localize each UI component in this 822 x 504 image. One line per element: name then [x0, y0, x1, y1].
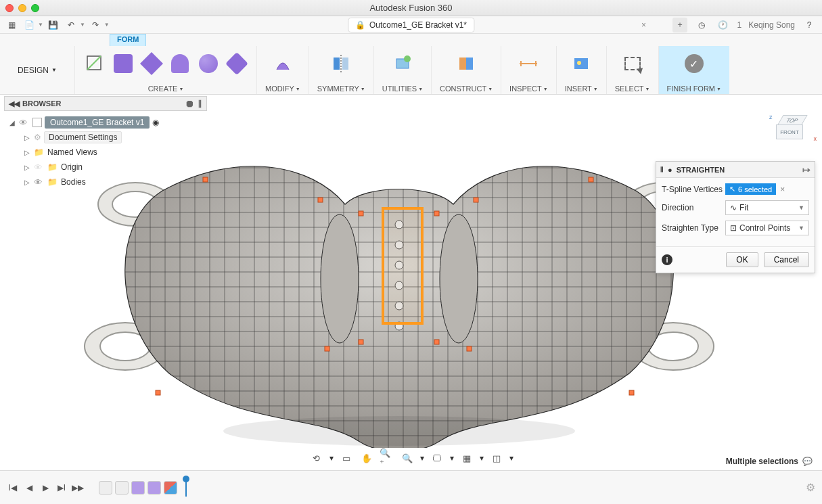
timeline-start-icon[interactable]: I◀	[7, 482, 19, 494]
comment-icon[interactable]: 💬	[802, 457, 813, 466]
ribbon-select-label[interactable]: SELECT	[615, 85, 644, 93]
browser-panel: ◀◀ BROWSER ⏺ ‖ ◢ 👁 Outcome1_GE Bracket v…	[4, 96, 207, 193]
display-settings-icon[interactable]: 🖵	[430, 451, 444, 465]
tree-item-origin[interactable]: ▷ 👁 📁 Origin	[5, 160, 206, 175]
active-component-icon[interactable]: ◉	[152, 118, 159, 127]
timeline-feature[interactable]	[99, 481, 112, 495]
job-status-icon[interactable]: 🕐	[716, 18, 731, 32]
edit-form-icon[interactable]	[271, 52, 294, 75]
ribbon-utilities-label[interactable]: UTILITIES	[382, 85, 417, 93]
notifications-icon[interactable]: ◷	[694, 18, 709, 32]
timeline-feature[interactable]	[164, 481, 177, 495]
zoom-icon[interactable]: 🔍⁺	[380, 451, 394, 465]
finish-form-icon[interactable]: ✓	[683, 52, 706, 75]
timeline-feature[interactable]	[131, 481, 145, 495]
ribbon-inspect-label[interactable]: INSPECT	[509, 85, 542, 93]
ribbon-insert-label[interactable]: INSERT	[565, 85, 592, 93]
info-icon[interactable]: i	[662, 254, 672, 265]
browser-collapse-icon[interactable]: ◀◀	[9, 99, 20, 108]
browser-header[interactable]: ◀◀ BROWSER ⏺ ‖	[4, 96, 207, 111]
ribbon-symmetry-label[interactable]: SYMMETRY	[317, 85, 359, 93]
pan-icon[interactable]: ✋	[359, 451, 374, 465]
svg-rect-29	[474, 198, 478, 202]
sphere-primitive-icon[interactable]	[197, 52, 220, 75]
symmetry-icon[interactable]	[329, 52, 352, 75]
type-combo[interactable]: ⊡Control Points ▼	[725, 221, 809, 235]
browser-pin-icon[interactable]: ⏺ ‖	[185, 98, 202, 109]
look-at-icon[interactable]: ▭	[339, 451, 354, 465]
viewcube-front[interactable]: FRONT	[776, 124, 803, 139]
ribbon-group-modify: MODIFY▼	[256, 46, 309, 94]
expand-icon[interactable]: ▷	[24, 164, 31, 171]
visibility-icon[interactable]: 👁	[34, 177, 45, 187]
expand-icon[interactable]: ▷	[24, 149, 31, 156]
form-context-tab[interactable]: FORM	[110, 34, 146, 46]
workspace-switcher[interactable]: DESIGN▼	[0, 46, 74, 94]
help-icon[interactable]: ?	[802, 18, 817, 32]
cancel-button[interactable]: Cancel	[764, 252, 809, 267]
sketch-icon[interactable]	[83, 52, 106, 75]
ribbon-construct-label[interactable]: CONSTRUCT	[440, 85, 486, 93]
expand-icon[interactable]: ▷	[24, 134, 31, 141]
cylinder-primitive-icon[interactable]	[168, 52, 191, 75]
visibility-icon[interactable]: 👁	[19, 118, 30, 128]
svg-rect-32	[359, 211, 363, 216]
plane-primitive-icon[interactable]	[140, 52, 163, 75]
insert-icon[interactable]	[570, 52, 593, 75]
orbit-icon[interactable]: ⟲	[309, 451, 324, 465]
viewport-layout-icon[interactable]: ◫	[489, 451, 504, 465]
new-tab-icon[interactable]: ＋	[672, 18, 687, 32]
direction-label: Direction	[662, 203, 725, 212]
timeline-feature[interactable]	[115, 481, 129, 495]
document-tab[interactable]: 🔒 Outcome1_GE Bracket v1*	[348, 18, 474, 32]
gear-icon: ⚙	[34, 133, 41, 142]
expand-icon[interactable]: ▷	[24, 179, 31, 186]
folder-icon: 📁	[47, 177, 58, 187]
quadball-primitive-icon[interactable]	[225, 52, 248, 75]
tree-item-named-views[interactable]: ▷ 📁 Named Views	[5, 145, 206, 160]
navigation-toolbar: ⟲▾ ▭ ✋ 🔍⁺ 🔍▾ 🖵▾ ▦▾ ◫▾	[304, 450, 519, 466]
ribbon-create-label[interactable]: CREATE	[148, 85, 178, 93]
user-name[interactable]: Keqing Song	[748, 20, 795, 30]
dialog-bullet-icon: ●	[668, 166, 672, 174]
save-icon[interactable]: 💾	[46, 18, 61, 32]
close-tab-icon[interactable]: ×	[641, 20, 646, 30]
ribbon-group-finish-form[interactable]: ✓ FINISH FORM▼	[658, 46, 729, 94]
redo-icon[interactable]: ↷	[88, 18, 103, 32]
timeline-settings-icon[interactable]: ⚙	[806, 481, 815, 494]
axis-x-icon: x	[814, 135, 817, 142]
timeline-prev-icon[interactable]: ◀	[23, 482, 35, 494]
grid-apps-icon[interactable]: ▦	[4, 18, 19, 32]
undo-icon[interactable]: ↶	[64, 18, 78, 32]
expand-icon[interactable]: ◢	[9, 119, 16, 127]
clear-selection-icon[interactable]: ×	[780, 185, 785, 194]
ribbon-modify-label[interactable]: MODIFY	[265, 85, 294, 93]
grid-settings-icon[interactable]: ▦	[459, 451, 474, 465]
dialog-collapse-icon[interactable]: ⦀	[660, 165, 664, 174]
zoom-window-icon[interactable]: 🔍	[400, 451, 415, 465]
box-primitive-icon[interactable]	[112, 52, 135, 75]
visibility-icon[interactable]: 👁	[34, 162, 45, 173]
timeline-end-icon[interactable]: ▶▶	[72, 482, 84, 494]
construct-icon[interactable]	[455, 52, 478, 75]
direction-combo[interactable]: ∿Fit ▼	[725, 200, 809, 215]
utilities-icon[interactable]	[391, 52, 414, 75]
browser-title: BROWSER	[22, 99, 61, 108]
timeline-feature[interactable]	[147, 481, 161, 495]
dialog-pin-icon[interactable]: ↦	[802, 164, 810, 175]
tree-root[interactable]: ◢ 👁 Outcome1_GE Bracket v1 ◉	[5, 115, 206, 130]
tree-item-bodies[interactable]: ▷ 👁 📁 Bodies	[5, 175, 206, 189]
dialog-header[interactable]: ⦀ ● STRAIGHTEN ↦	[656, 162, 815, 178]
timeline-playhead[interactable]	[185, 479, 187, 497]
straighten-dialog: ⦀ ● STRAIGHTEN ↦ T-Spline Vertices ↖ 6 s…	[656, 161, 815, 273]
svg-rect-11	[574, 58, 588, 69]
timeline-next-icon[interactable]: ▶I	[55, 482, 68, 494]
inspect-icon[interactable]	[517, 52, 540, 75]
timeline-play-icon[interactable]: ▶	[39, 482, 51, 494]
vertices-selection-badge[interactable]: ↖ 6 selected	[725, 183, 776, 195]
ok-button[interactable]: OK	[726, 252, 758, 267]
file-icon[interactable]: 📄	[22, 18, 37, 32]
select-icon[interactable]	[621, 52, 644, 75]
view-cube[interactable]: TOP FRONT z x	[775, 115, 811, 145]
tree-item-document-settings[interactable]: ▷ ⚙ Document Settings	[5, 130, 206, 145]
